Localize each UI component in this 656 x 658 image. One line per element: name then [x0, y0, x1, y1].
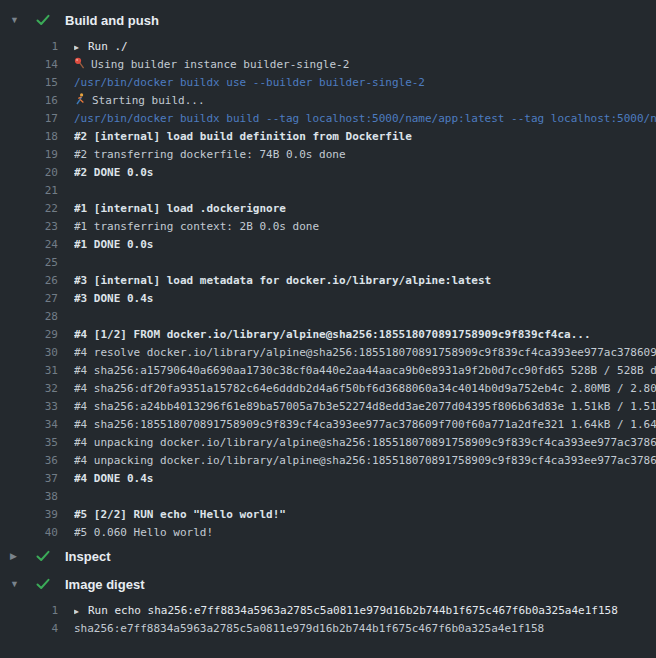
log-text-content: Using builder instance builder-single-2 — [91, 58, 349, 71]
line-number[interactable]: 23 — [0, 218, 58, 236]
log-line: 33#4 sha256:a24bb4013296f61e89ba57005a7b… — [0, 398, 656, 416]
line-number[interactable]: 14 — [0, 56, 58, 74]
line-number[interactable]: 28 — [0, 308, 58, 326]
log-text: #1 transferring context: 2B 0.0s done — [74, 218, 656, 236]
section-title: Image digest — [65, 577, 144, 592]
log-text: #2 transferring dockerfile: 74B 0.0s don… — [74, 146, 656, 164]
line-number[interactable]: 32 — [0, 380, 58, 398]
log-text: #3 DONE 0.4s — [74, 290, 656, 308]
line-number[interactable]: 21 — [0, 182, 58, 200]
line-number[interactable]: 22 — [0, 200, 58, 218]
log-text: #2 DONE 0.0s — [74, 164, 656, 182]
log-text: #4 sha256:df20fa9351a15782c64e6dddb2d4a6… — [74, 380, 656, 398]
check-icon — [36, 578, 53, 590]
section-header-image-digest[interactable]: ▼Image digest — [0, 570, 656, 598]
log-line: 28 — [0, 308, 656, 326]
log-text: /usr/bin/docker buildx use --builder bui… — [74, 74, 656, 92]
log-text — [74, 254, 656, 272]
section-title: Inspect — [65, 549, 111, 564]
section-lines: 1▶Run echo sha256:e7ff8834a5963a2785c5a0… — [0, 602, 656, 638]
line-number[interactable]: 38 — [0, 488, 58, 506]
line-number[interactable]: 26 — [0, 272, 58, 290]
log-line: 34#4 sha256:185518070891758909c9f839cf4c… — [0, 416, 656, 434]
group-command-text: Run echo sha256:e7ff8834a5963a2785c5a081… — [88, 604, 618, 617]
log-line: 25 — [0, 254, 656, 272]
chevron-down-icon[interactable]: ▼ — [10, 6, 28, 34]
line-number[interactable]: 31 — [0, 362, 58, 380]
log-section-image-digest: ▼Image digest1▶Run echo sha256:e7ff8834a… — [0, 570, 656, 638]
log-text: sha256:e7ff8834a5963a2785c5a0811e979d16b… — [74, 620, 656, 638]
log-text: #1 [internal] load .dockerignore — [74, 200, 656, 218]
log-line: 31#4 sha256:a15790640a6690aa1730c38cf0a4… — [0, 362, 656, 380]
line-number[interactable]: 17 — [0, 110, 58, 128]
line-number[interactable]: 20 — [0, 164, 58, 182]
log-text — [74, 182, 656, 200]
check-icon — [36, 14, 53, 26]
log-line: 15/usr/bin/docker buildx use --builder b… — [0, 74, 656, 92]
log-line: 4sha256:e7ff8834a5963a2785c5a0811e979d16… — [0, 620, 656, 638]
log-text: #5 0.060 Hello world! — [74, 524, 656, 542]
job-log: ▼Build and push1▶Run ./14Using builder i… — [0, 0, 656, 638]
log-line: 32#4 sha256:df20fa9351a15782c64e6dddb2d4… — [0, 380, 656, 398]
log-text — [74, 308, 656, 326]
log-line: 35#4 unpacking docker.io/library/alpine@… — [0, 434, 656, 452]
line-number[interactable]: 37 — [0, 470, 58, 488]
group-expander-icon[interactable]: ▶ — [74, 39, 88, 56]
line-number[interactable]: 4 — [0, 620, 58, 638]
log-text: #4 sha256:185518070891758909c9f839cf4ca3… — [74, 416, 656, 434]
log-line: 38 — [0, 488, 656, 506]
log-line: 23#1 transferring context: 2B 0.0s done — [0, 218, 656, 236]
log-text: #4 sha256:a24bb4013296f61e89ba57005a7b3e… — [74, 398, 656, 416]
line-number[interactable]: 25 — [0, 254, 58, 272]
line-number[interactable]: 27 — [0, 290, 58, 308]
section-title: Build and push — [65, 13, 159, 28]
section-header-inspect[interactable]: ▶Inspect — [0, 542, 656, 570]
log-line: 18#2 [internal] load build definition fr… — [0, 128, 656, 146]
log-line: 20#2 DONE 0.0s — [0, 164, 656, 182]
group-expander-icon[interactable]: ▶ — [74, 603, 88, 620]
log-line: 36#4 unpacking docker.io/library/alpine@… — [0, 452, 656, 470]
line-number[interactable]: 1 — [0, 38, 58, 56]
log-line: 30#4 resolve docker.io/library/alpine@sh… — [0, 344, 656, 362]
chevron-right-icon[interactable]: ▶ — [10, 542, 28, 570]
log-line: 22#1 [internal] load .dockerignore — [0, 200, 656, 218]
line-number[interactable]: 39 — [0, 506, 58, 524]
line-number[interactable]: 40 — [0, 524, 58, 542]
log-text: Starting build... — [74, 92, 656, 110]
check-icon — [36, 550, 53, 562]
pushpin-icon — [74, 57, 85, 74]
log-text — [74, 488, 656, 506]
log-line: 39#5 [2/2] RUN echo "Hello world!" — [0, 506, 656, 524]
line-number[interactable]: 1 — [0, 602, 58, 620]
log-line: 17/usr/bin/docker buildx build --tag loc… — [0, 110, 656, 128]
line-number[interactable]: 34 — [0, 416, 58, 434]
log-text: #2 [internal] load build definition from… — [74, 128, 656, 146]
line-number[interactable]: 18 — [0, 128, 58, 146]
log-line: 16Starting build... — [0, 92, 656, 110]
line-number[interactable]: 35 — [0, 434, 58, 452]
log-line: 40#5 0.060 Hello world! — [0, 524, 656, 542]
line-number[interactable]: 33 — [0, 398, 58, 416]
log-line: 1▶Run ./ — [0, 38, 656, 56]
log-text[interactable]: ▶Run echo sha256:e7ff8834a5963a2785c5a08… — [74, 602, 656, 620]
log-text: #3 [internal] load metadata for docker.i… — [74, 272, 656, 290]
runner-icon — [74, 93, 86, 110]
log-section-build-and-push: ▼Build and push1▶Run ./14Using builder i… — [0, 6, 656, 542]
line-number[interactable]: 15 — [0, 74, 58, 92]
log-text: #4 [1/2] FROM docker.io/library/alpine@s… — [74, 326, 656, 344]
log-text: Using builder instance builder-single-2 — [74, 56, 656, 74]
log-text: #4 DONE 0.4s — [74, 470, 656, 488]
log-line: 29#4 [1/2] FROM docker.io/library/alpine… — [0, 326, 656, 344]
line-number[interactable]: 19 — [0, 146, 58, 164]
chevron-down-icon[interactable]: ▼ — [10, 570, 28, 598]
log-line: 14Using builder instance builder-single-… — [0, 56, 656, 74]
line-number[interactable]: 24 — [0, 236, 58, 254]
log-text: #4 unpacking docker.io/library/alpine@sh… — [74, 452, 656, 470]
line-number[interactable]: 30 — [0, 344, 58, 362]
log-text: /usr/bin/docker buildx build --tag local… — [74, 110, 656, 128]
log-text[interactable]: ▶Run ./ — [74, 38, 656, 56]
line-number[interactable]: 29 — [0, 326, 58, 344]
section-header-build-and-push[interactable]: ▼Build and push — [0, 6, 656, 34]
line-number[interactable]: 16 — [0, 92, 58, 110]
line-number[interactable]: 36 — [0, 452, 58, 470]
